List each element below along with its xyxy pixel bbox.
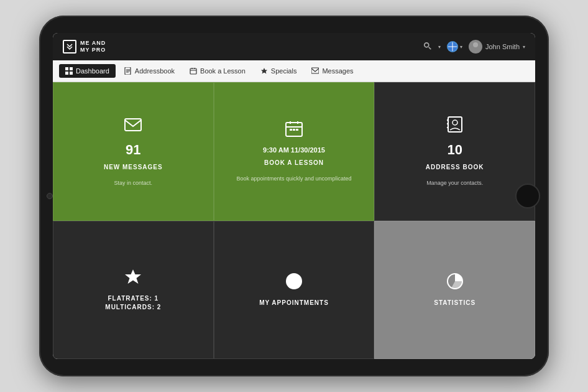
svg-point-6: [472, 49, 479, 52]
grid-cell-book-lesson[interactable]: 9:30 AM 11/30/2015 BOOK A LESSON Book ap…: [214, 82, 375, 221]
tab-messages-label: Messages: [322, 67, 353, 75]
svg-marker-19: [261, 68, 267, 74]
flatrates-title: FLATRATES: 1 MULTICARDS: 2: [105, 294, 161, 312]
brand-logo: ME AND MY PRO: [63, 40, 106, 54]
svg-point-0: [425, 42, 429, 47]
search-icon[interactable]: [423, 42, 432, 52]
tab-dashboard[interactable]: Dashboard: [59, 64, 116, 78]
nav-right: ▾ ▾: [423, 40, 525, 54]
addressbook-title: ADDRESS BOOK: [426, 163, 484, 172]
tab-specials-label: Specials: [271, 67, 297, 75]
tab-specials[interactable]: Specials: [254, 64, 303, 78]
language-dropdown-arrow: ▾: [460, 44, 462, 50]
svg-rect-28: [296, 129, 298, 131]
grid-cell-messages[interactable]: 91 NEW MESSAGES Stay in contact.: [53, 82, 214, 221]
svg-line-1: [429, 47, 431, 49]
envelope-icon: [124, 115, 142, 137]
flag-icon: [447, 41, 458, 52]
tab-dashboard-label: Dashboard: [76, 67, 109, 75]
svg-rect-15: [190, 68, 196, 74]
tab-addressbook-label: Addressbook: [135, 67, 175, 75]
search-dropdown-arrow[interactable]: ▾: [438, 44, 441, 50]
language-selector[interactable]: ▾: [447, 41, 462, 52]
tab-bar: Dashboard Addressbook Book a L: [53, 60, 535, 82]
user-name: John Smith: [485, 43, 520, 50]
statistics-title: STATISTICS: [434, 299, 475, 307]
grid-cell-appointments[interactable]: MY APPOINTMENTS: [214, 221, 375, 360]
grid-cell-statistics[interactable]: STATISTICS: [374, 221, 535, 360]
svg-rect-10: [70, 72, 73, 75]
user-menu[interactable]: John Smith ▾: [469, 40, 525, 54]
calendar-icon: [285, 119, 303, 141]
user-avatar: [469, 40, 482, 54]
svg-point-5: [473, 42, 478, 47]
svg-rect-27: [293, 129, 295, 131]
brand-icon: [63, 40, 76, 54]
tab-book-lesson[interactable]: Book a Lesson: [183, 64, 252, 78]
tablet-screen: ME AND MY PRO ▾: [53, 33, 535, 359]
grid-cell-flatrates[interactable]: FLATRATES: 1 MULTICARDS: 2: [53, 221, 214, 360]
pie-icon: [446, 272, 464, 294]
lesson-title: BOOK A LESSON: [264, 159, 324, 167]
contact-icon: [446, 115, 464, 137]
tab-messages[interactable]: Messages: [305, 64, 359, 78]
addressbook-count: 10: [447, 142, 462, 158]
star-icon: [124, 268, 142, 289]
tablet-device: ME AND MY PRO ▾: [39, 16, 549, 376]
svg-rect-8: [70, 67, 73, 70]
addressbook-desc: Manage your contacts.: [426, 179, 483, 187]
brand-text: ME AND MY PRO: [80, 40, 106, 54]
clock-icon: [285, 272, 303, 294]
grid-cell-address-book[interactable]: 10 ADDRESS BOOK Manage your contacts.: [374, 82, 535, 221]
navbar: ME AND MY PRO ▾: [53, 33, 535, 60]
svg-rect-21: [125, 119, 141, 131]
lesson-desc: Book appointments quickly and uncomplica…: [236, 175, 351, 183]
svg-point-30: [452, 120, 457, 125]
svg-rect-26: [290, 129, 292, 131]
svg-rect-20: [311, 68, 319, 73]
tab-book-lesson-label: Book a Lesson: [200, 67, 246, 75]
svg-rect-7: [65, 67, 68, 70]
main-grid: 91 NEW MESSAGES Stay in contact.: [53, 82, 535, 359]
svg-rect-9: [65, 72, 68, 75]
lesson-time: 9:30 AM 11/30/2015: [263, 146, 325, 154]
user-dropdown-arrow: ▾: [523, 44, 525, 50]
svg-marker-34: [125, 269, 141, 284]
messages-title: NEW MESSAGES: [104, 163, 163, 172]
messages-count: 91: [126, 142, 140, 158]
tab-addressbook[interactable]: Addressbook: [118, 64, 181, 78]
appointments-title: MY APPOINTMENTS: [259, 299, 329, 307]
messages-desc: Stay in contact.: [114, 179, 153, 187]
